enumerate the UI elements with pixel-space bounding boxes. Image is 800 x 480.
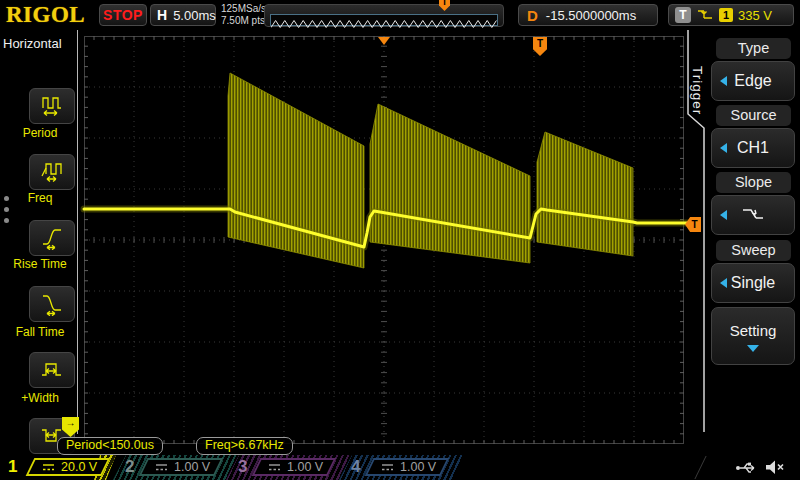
setting-label: Setting <box>712 322 794 339</box>
waveform-plot <box>84 36 694 445</box>
channel-1-scale-box: 20.0 V <box>26 458 111 476</box>
ch1-burst-envelope-2 <box>370 104 530 263</box>
dc-coupling-icon <box>155 463 168 472</box>
dc-coupling-icon <box>42 463 55 472</box>
trigger-slope-button[interactable] <box>711 195 795 235</box>
trigger-source-header: Source <box>716 105 791 126</box>
chevron-left-icon <box>720 143 727 153</box>
chevron-left-icon <box>720 278 727 288</box>
usb-icon <box>735 460 759 476</box>
channel-3-scale-value: 1.00 V <box>287 460 323 474</box>
memory-depth: 7.50M pts <box>221 15 266 27</box>
left-menu-divider <box>77 30 78 434</box>
chevron-left-icon <box>720 210 727 220</box>
menu-item-width[interactable] <box>29 352 75 388</box>
menu-item-label-width: +Width <box>0 391 80 405</box>
falling-edge-icon <box>740 207 766 223</box>
trigger-readout[interactable]: T 1 335 V <box>668 4 794 26</box>
delay-label: D <box>527 7 538 24</box>
channel-4-scale-box: 1.00 V <box>365 458 450 476</box>
trigger-sweep-button[interactable]: Single <box>711 263 795 303</box>
trigger-position-flag-icon: T <box>439 0 450 11</box>
period-icon <box>40 94 64 118</box>
dc-coupling-icon <box>381 463 394 472</box>
falling-edge-icon <box>696 7 714 23</box>
channel-2-indicator[interactable]: 21.00 V <box>113 455 226 480</box>
channel-3-scale-content: 1.00 V <box>258 460 330 474</box>
menu-item-label-fall-time: Fall Time <box>0 325 80 339</box>
waveform-memory-strip[interactable]: T <box>264 4 504 27</box>
chevron-down-icon <box>747 345 759 352</box>
acquisition-info: 125MSa/s 7.50M pts <box>221 3 266 27</box>
channel-2-number: 2 <box>125 457 134 477</box>
menu-item-fall-time[interactable] <box>29 286 75 322</box>
channel-1-scale-content: 20.0 V <box>32 460 104 474</box>
speaker-muted-icon <box>764 459 786 476</box>
channel-4-indicator[interactable]: 41.00 V <box>339 455 452 480</box>
menu-page-dot <box>4 196 9 201</box>
menu-page-dot <box>4 207 9 212</box>
horizontal-scale-button[interactable]: H 5.00ms <box>150 4 216 26</box>
memory-waveform-window <box>270 14 498 26</box>
trigger-type-header: Type <box>716 38 791 59</box>
channel-4-number: 4 <box>351 457 360 477</box>
channel-2-scale-value: 1.00 V <box>174 460 210 474</box>
horizontal-scale-value: 5.00ms <box>173 8 216 23</box>
ch1-burst-envelope-3 <box>537 132 633 256</box>
channel-3-number: 3 <box>238 457 247 477</box>
menu-item-label-period: Period <box>0 126 80 140</box>
trigger-type-button[interactable]: Edge <box>711 61 795 101</box>
freq-icon <box>40 160 64 184</box>
brand-logo: RIGOL <box>6 2 85 28</box>
menu-item-period[interactable] <box>29 88 75 124</box>
status-bar-divider <box>694 456 706 479</box>
rise-icon <box>40 226 64 250</box>
measurement-freq: Freq>6.67kHz <box>196 437 293 455</box>
menu-item-label-freq: Freq <box>0 191 80 205</box>
menu-item-rise-time[interactable] <box>29 220 75 256</box>
trigger-source-button[interactable]: CH1 <box>711 128 795 168</box>
menu-item-freq[interactable] <box>29 154 75 190</box>
left-softkey-menu: Horizontal PeriodFreqRise TimeFall Time+… <box>0 30 80 455</box>
menu-tab-label: Trigger <box>687 48 705 134</box>
channel-status-bar: 120.0 V21.00 V31.00 V41.00 V <box>0 455 800 480</box>
fall-icon <box>40 292 64 316</box>
left-menu-title: Horizontal <box>3 36 62 51</box>
menu-page-dot <box>4 218 9 223</box>
channel-1-indicator[interactable]: 120.0 V <box>0 455 113 480</box>
graticule-display-area <box>84 36 694 445</box>
trigger-type-value: Edge <box>734 72 771 90</box>
channel-1-scale-value: 20.0 V <box>61 460 97 474</box>
channel-4-scale-content: 1.00 V <box>371 460 443 474</box>
horizontal-position-marker-icon[interactable] <box>378 37 390 45</box>
oscilloscope-screen: RIGOL STOP H 5.00ms 125MSa/s 7.50M pts T… <box>0 0 800 480</box>
dc-coupling-icon <box>268 463 281 472</box>
right-softkey-menu: Trigger TypeEdgeSourceCH1SlopeSweepSingl… <box>682 30 800 455</box>
pwidth-icon <box>40 358 64 382</box>
trigger-level-value: 335 V <box>738 8 772 23</box>
trigger-setting-button[interactable]: Setting <box>711 307 795 365</box>
channel-2-scale-content: 1.00 V <box>145 460 217 474</box>
trigger-source-badge: 1 <box>719 8 733 22</box>
chevron-left-icon <box>720 76 727 86</box>
trigger-label: T <box>675 7 691 23</box>
delay-value: -15.5000000ms <box>546 8 636 23</box>
top-status-bar: RIGOL STOP H 5.00ms 125MSa/s 7.50M pts T… <box>0 0 800 30</box>
trigger-source-value: CH1 <box>737 139 769 157</box>
channel-3-indicator[interactable]: 31.00 V <box>226 455 339 480</box>
run-state-button[interactable]: STOP <box>99 4 147 26</box>
menu-item-label-rise-time: Rise Time <box>0 257 80 271</box>
sample-rate: 125MSa/s <box>221 3 266 15</box>
run-state-label: STOP <box>103 7 143 23</box>
channel-2-scale-box: 1.00 V <box>139 458 224 476</box>
memory-waveform-icon <box>271 19 497 29</box>
measurement-period: Period<150.0us <box>57 437 163 455</box>
channel-3-scale-box: 1.00 V <box>252 458 337 476</box>
channel-4-scale-value: 1.00 V <box>400 460 436 474</box>
trigger-slope-header: Slope <box>716 172 791 193</box>
horizontal-label: H <box>157 7 167 23</box>
trigger-sweep-header: Sweep <box>716 240 791 261</box>
channel-1-number: 1 <box>8 457 17 477</box>
trigger-sweep-value: Single <box>731 274 775 292</box>
delay-readout[interactable]: D -15.5000000ms <box>518 4 658 26</box>
